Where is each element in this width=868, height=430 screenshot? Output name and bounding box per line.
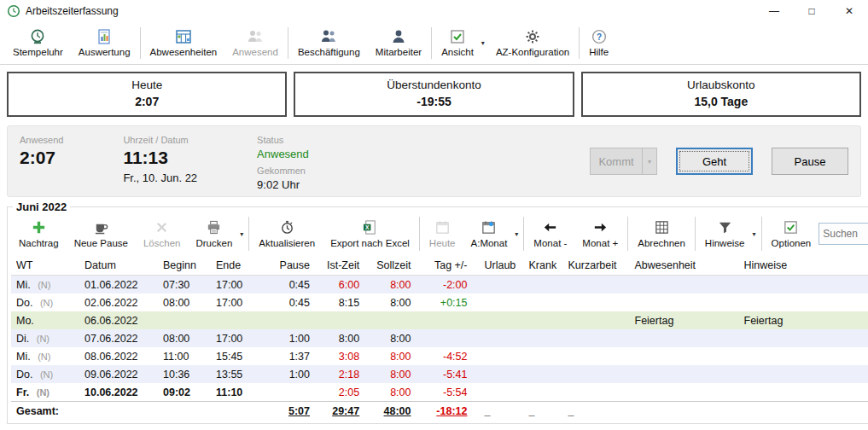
export-excel-button[interactable]: XExport nach Excel — [323, 213, 417, 254]
drucken-dropdown[interactable]: ▾ — [240, 213, 247, 254]
table-row[interactable]: Fr. (N)10.06.202209:0211:102:058:00-5:54 — [11, 383, 868, 402]
cell-urlaub — [480, 347, 524, 365]
cell-kurzarbeit — [563, 365, 630, 383]
column-header-hinweise[interactable]: Hinweise — [739, 256, 868, 276]
toolbar-separator — [431, 27, 432, 59]
drucken-button[interactable]: Drucken — [188, 213, 240, 254]
time-value: 11:13 — [123, 148, 197, 168]
neue-pause-icon — [92, 219, 109, 236]
search-input[interactable] — [823, 228, 868, 240]
column-header-sollzeit[interactable]: Sollzeit — [371, 256, 422, 276]
close-button[interactable]: ✕ — [830, 0, 868, 22]
search-box[interactable] — [818, 223, 868, 245]
window-title: Arbeitszeiterfassung — [26, 5, 119, 17]
status-panel: Anwesend 2:07 Uhrzeit / Datum 11:13 Fr.,… — [7, 125, 861, 197]
monat-minus-button[interactable]: Monat - — [526, 213, 574, 254]
aktualisieren-button[interactable]: Aktualisieren — [251, 213, 323, 254]
stempeluhr-button[interactable]: Stempeluhr — [5, 24, 71, 62]
toolbar-separator — [140, 27, 141, 59]
cell-urlaub — [480, 365, 524, 383]
loeschen-button: Löschen — [136, 213, 188, 254]
toolbar-separator — [523, 217, 524, 251]
ansicht-dropdown[interactable]: ▾ — [481, 24, 488, 62]
export-excel-label: Export nach Excel — [330, 239, 410, 249]
a-monat-dropdown[interactable]: ▾ — [515, 213, 521, 254]
cell-ist-zeit: 8:00 — [322, 329, 371, 347]
table-row[interactable]: Mi. (N)08.06.202211:0015:451:373:088:00-… — [11, 347, 868, 365]
minimize-button[interactable]: — — [755, 0, 793, 22]
auswertung-button[interactable]: Auswertung — [71, 24, 138, 62]
cell-wt: Fr. (N) — [11, 383, 79, 402]
cell-ist-zeit: 2:05 — [322, 383, 371, 402]
column-header-tag-[interactable]: Tag +/- — [423, 256, 480, 276]
column-header-ende[interactable]: Ende — [211, 256, 274, 276]
night-flag: (N) — [38, 280, 50, 290]
summary-card-urlaubskonto: Urlaubskonto 15,0 Tage — [581, 72, 861, 117]
neue-pause-button[interactable]: Neue Pause — [67, 213, 136, 254]
column-header-kurzarbeit[interactable]: Kurzarbeit — [563, 256, 630, 276]
az-konfiguration-icon — [524, 28, 541, 45]
cell-datum: 10.06.2022 — [79, 383, 158, 402]
table-row[interactable]: Do. (N)02.06.202208:0017:000:458:158:00+… — [11, 293, 868, 311]
summary-card-heute: Heute 2:07 — [7, 72, 287, 117]
column-header-datum[interactable]: Datum — [79, 256, 158, 276]
hilfe-icon: ? — [591, 28, 608, 45]
total-kurzarbeit: _ — [563, 402, 630, 421]
geht-button[interactable]: Geht — [676, 148, 753, 175]
heute-button: Heute — [422, 213, 463, 254]
column-header-wt[interactable]: WT — [11, 256, 79, 276]
maximize-button[interactable]: □ — [793, 0, 830, 22]
table-row[interactable]: Di. (N)07.06.202208:0017:001:008:008:00 — [11, 329, 868, 347]
nachtrag-button[interactable]: Nachtrag — [11, 213, 67, 254]
table-row[interactable]: Mi. (N)01.06.202207:3017:000:456:008:00-… — [11, 276, 868, 294]
cell-hinweise — [739, 365, 868, 383]
optionen-button[interactable]: Optionen — [764, 213, 819, 254]
cell-pause: 1:00 — [274, 365, 322, 383]
total-abwesenheit — [630, 402, 739, 421]
cell-hinweise — [739, 293, 868, 311]
cell-sollzeit: 8:00 — [371, 329, 422, 347]
table-row[interactable]: Do. (N)09.06.202210:3613:551:002:188:00-… — [11, 365, 868, 383]
gekommen-label: Gekommen — [257, 166, 309, 176]
toolbar-separator — [419, 217, 420, 251]
cell-wt: Do. (N) — [11, 293, 79, 311]
abrechnen-button[interactable]: Abrechnen — [630, 213, 693, 254]
main-toolbar: StempeluhrAuswertungAbwesenheitenAnwesen… — [0, 22, 868, 65]
cell-krank — [524, 347, 563, 365]
column-header-urlaub[interactable]: Urlaub — [480, 256, 524, 276]
ansicht-button[interactable]: Ansicht — [434, 24, 481, 62]
toolbar-separator — [579, 27, 580, 59]
cell-datum: 06.06.2022 — [79, 311, 158, 329]
mitarbeiter-button[interactable]: Mitarbeiter — [368, 24, 429, 62]
night-flag: (N) — [40, 369, 53, 380]
cell-beginn: 07:30 — [158, 276, 211, 294]
hinweise-button[interactable]: Hinweise — [697, 213, 753, 254]
nachtrag-label: Nachtrag — [19, 239, 59, 249]
monat-plus-button[interactable]: Monat + — [574, 213, 626, 254]
cell-urlaub — [480, 329, 524, 347]
drucken-icon — [206, 219, 223, 236]
az-konfiguration-button[interactable]: AZ-Konfiguration — [488, 24, 577, 62]
column-header-ist-zeit[interactable]: Ist-Zeit — [322, 256, 371, 276]
cell-pause — [274, 383, 322, 402]
toolbar-separator — [248, 217, 249, 251]
cell-ende — [211, 311, 274, 329]
table-row[interactable]: Mo.06.06.2022FeiertagFeiertag — [11, 311, 868, 329]
cell-kurzarbeit — [563, 329, 630, 347]
stempeluhr-label: Stempeluhr — [13, 48, 63, 58]
kommt-dropdown-icon: ▾ — [643, 148, 657, 175]
cell-tag-diff: -2:00 — [423, 276, 480, 294]
pause-button[interactable]: Pause — [772, 148, 848, 175]
column-header-beginn[interactable]: Beginn — [158, 256, 211, 276]
status-label: Status — [257, 135, 309, 145]
hinweise-dropdown[interactable]: ▾ — [753, 213, 760, 254]
column-header-pause[interactable]: Pause — [274, 256, 322, 276]
hilfe-button[interactable]: ?Hilfe — [581, 24, 616, 62]
abwesenheiten-button[interactable]: Abwesenheiten — [143, 24, 225, 62]
beschaeftigung-button[interactable]: Beschäftigung — [290, 24, 368, 62]
column-header-krank[interactable]: Krank — [524, 256, 563, 276]
auswertung-label: Auswertung — [79, 48, 131, 58]
a-monat-button[interactable]: A:Monat — [463, 213, 516, 254]
ansicht-label: Ansicht — [441, 48, 474, 58]
column-header-abwesenheit[interactable]: Abwesenheit — [630, 256, 739, 276]
